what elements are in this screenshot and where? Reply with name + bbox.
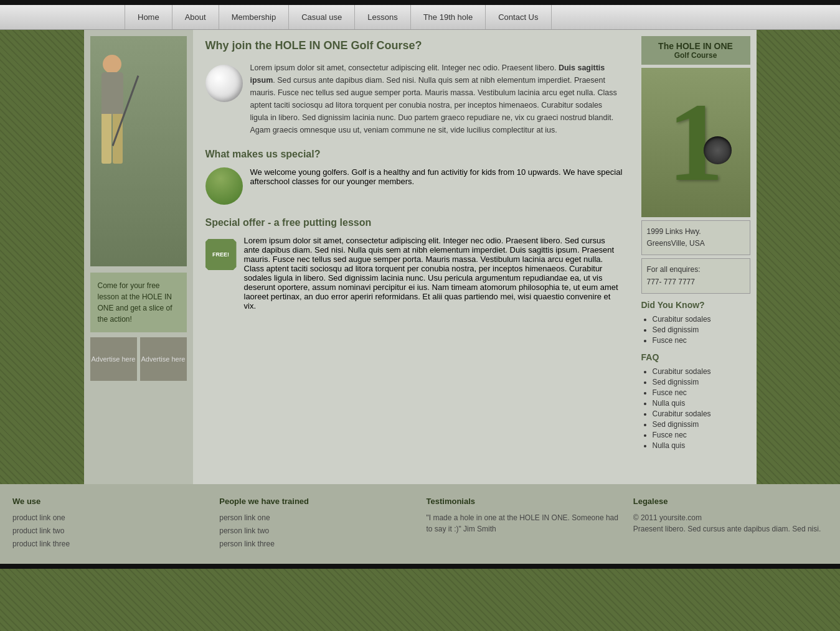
brand-header: The HOLE IN ONE Golf Course	[641, 36, 750, 65]
footer-link[interactable]: product link one	[12, 512, 207, 523]
main-content: Why join the HOLE IN ONE Golf Course? Lo…	[193, 30, 635, 484]
nav-contact[interactable]: Contact Us	[486, 5, 551, 29]
list-item: Sed dignissim	[653, 325, 750, 334]
list-item: Sed dignissim	[653, 378, 750, 386]
faq-list: Curabitur sodales Sed dignissim Fusce ne…	[641, 367, 750, 450]
list-item: Fusce nec	[653, 336, 750, 345]
list-item: Fusce nec	[653, 431, 750, 439]
footer-col1-title: We use	[12, 497, 207, 506]
footer-legal-text: © 2011 yoursite.comPraesent libero. Sed …	[633, 512, 828, 535]
main-wrapper: Come for your free lesson at the HOLE IN…	[84, 30, 757, 484]
faq-section: FAQ Curabitur sodales Sed dignissim Fusc…	[641, 352, 750, 450]
footer-col-legalese: Legalese © 2011 yoursite.comPraesent lib…	[633, 497, 828, 551]
list-item: Fusce nec	[653, 388, 750, 397]
brand-title: The HOLE IN ONE	[658, 41, 733, 51]
special-heading: What makes us special?	[205, 149, 623, 160]
nav-home[interactable]: Home	[125, 5, 172, 29]
golfer-image	[90, 36, 187, 266]
golfer-torso	[101, 72, 123, 116]
list-item: Curabitur sodales	[653, 315, 750, 324]
did-you-know-section: Did You Know? Curabitur sodales Sed dign…	[641, 300, 750, 345]
enquiries-box: For all enquires: 777- 777 7777	[641, 258, 750, 293]
offer-heading: Special offer - a free putting lesson	[205, 217, 623, 228]
navigation: Home About Membership Casual use Lessons…	[0, 5, 840, 30]
list-item: Nulla quis	[653, 441, 750, 450]
footer-link[interactable]: person link one	[219, 512, 413, 523]
content-area: Come for your free lesson at the HOLE IN…	[84, 30, 757, 484]
main-heading: Why join the HOLE IN ONE Golf Course?	[205, 39, 623, 52]
advertise-box-1[interactable]: Advertise here	[90, 337, 137, 381]
nav-membership[interactable]: Membership	[219, 5, 290, 29]
offer-text: Lorem ipsum dolor sit amet, consectetur …	[244, 236, 623, 311]
footer-testimonial-text: "I made a hole in one at the HOLE IN ONE…	[427, 512, 621, 535]
offer-block: FREE! Lorem ipsum dolor sit amet, consec…	[205, 236, 623, 311]
free-lesson-text: Come for your free lesson at the HOLE IN…	[98, 281, 172, 324]
golf-hole-circle	[704, 136, 732, 164]
golf-ball-icon	[205, 65, 243, 102]
did-you-know-list: Curabitur sodales Sed dignissim Fusce ne…	[641, 315, 750, 345]
top-bar	[0, 0, 840, 5]
footer-col-trained: People we have trained person link one p…	[219, 497, 413, 551]
number-one-display: 1	[641, 68, 750, 217]
special-block: We welcome young golfers. Golf is a heal…	[205, 167, 623, 205]
footer-col-testimonials: Testimonials "I made a hole in one at th…	[427, 497, 621, 551]
free-lesson-box: Come for your free lesson at the HOLE IN…	[90, 273, 187, 332]
advertise-boxes: Advertise here Advertise here	[90, 337, 187, 381]
footer-col-we-use: We use product link one product link two…	[12, 497, 207, 551]
footer-link[interactable]: person link two	[219, 525, 413, 536]
nav-lessons[interactable]: Lessons	[355, 5, 410, 29]
address-box: 1999 Links Hwy. GreensVille, USA	[641, 220, 750, 255]
address-line1: 1999 Links Hwy.	[647, 227, 701, 236]
list-item: Nulla quis	[653, 399, 750, 408]
left-sidebar: Come for your free lesson at the HOLE IN…	[84, 30, 193, 484]
did-you-know-title: Did You Know?	[641, 300, 750, 310]
nav-about[interactable]: About	[172, 5, 219, 29]
special-text: We welcome young golfers. Golf is a heal…	[250, 167, 623, 186]
footer-col2-title: People we have trained	[219, 497, 413, 506]
footer-link[interactable]: product link three	[12, 538, 207, 549]
footer-link[interactable]: product link two	[12, 525, 207, 536]
list-item: Curabitur sodales	[653, 367, 750, 376]
golfer-left-leg	[101, 114, 111, 164]
footer-col3-title: Testimonials	[427, 497, 621, 506]
nav-casual-use[interactable]: Casual use	[289, 5, 355, 29]
golfer-head	[103, 55, 121, 73]
list-item: Sed dignissim	[653, 420, 750, 429]
nav-19th-hole[interactable]: The 19th hole	[411, 5, 486, 29]
intro-text: Lorem ipsum dolor sit amet, consectetur …	[250, 62, 623, 136]
footer-link[interactable]: person link three	[219, 538, 413, 549]
faq-title: FAQ	[641, 352, 750, 362]
right-sidebar: The HOLE IN ONE Golf Course 1 1999 Links…	[635, 30, 757, 484]
golfer-figure	[90, 36, 140, 223]
phone-number: 777- 777 7777	[647, 278, 695, 286]
advertise-box-2[interactable]: Advertise here	[140, 337, 187, 381]
enquiries-label: For all enquires:	[647, 265, 701, 274]
bottom-bar	[0, 564, 840, 569]
address-line2: GreensVille, USA	[647, 239, 705, 248]
footer: We use product link one product link two…	[0, 484, 840, 564]
footer-col4-title: Legalese	[633, 497, 828, 506]
brand-subtitle: Golf Course	[646, 51, 745, 60]
list-item: Curabitur sodales	[653, 409, 750, 418]
intro-block: Lorem ipsum dolor sit amet, consectetur …	[205, 62, 623, 136]
free-tag-icon: FREE!	[205, 239, 237, 270]
golf-character-icon	[205, 167, 243, 205]
